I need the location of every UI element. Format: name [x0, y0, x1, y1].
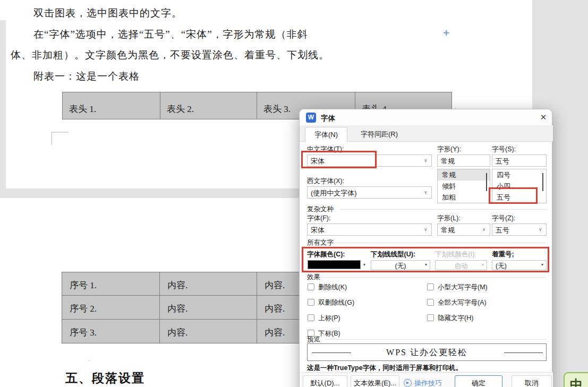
checkbox-label[interactable]: 全部大写字母(A): [438, 298, 487, 307]
dropdown-arrow-icon: [482, 262, 484, 267]
paragraph[interactable]: 双击图表，选中图表中的文字。: [33, 6, 182, 20]
font-size-list[interactable]: 四号 小四 五号: [492, 169, 547, 203]
chevron-down-icon[interactable]: [424, 158, 428, 163]
tab-spacing[interactable]: 字符间距(R): [350, 127, 408, 142]
paragraph[interactable]: 体、非加粗）。文字颜色为黑色，不要设置涂色、着重号、下划线。: [11, 48, 329, 62]
page-edge: [0, 0, 6, 20]
dialog-title: 字体: [321, 114, 335, 123]
underline-color-select: 自动: [435, 260, 487, 270]
paragraph[interactable]: 附表一：这是一个表格: [33, 70, 140, 83]
checkbox-strikethrough[interactable]: [308, 283, 314, 290]
font-color-swatch[interactable]: [308, 260, 361, 269]
play-circle-icon[interactable]: [404, 379, 412, 387]
checkbox-label[interactable]: 隐藏文字(H): [438, 314, 473, 323]
checkbox-double-strikethrough[interactable]: [308, 299, 314, 306]
chinese-font-label: 中文字体(T):: [307, 145, 344, 154]
wps-writer-icon: W: [306, 113, 316, 123]
paragraph[interactable]: 在“字体”选项中，选择“五号”、“宋体”，字形为常规（非斜: [33, 28, 308, 41]
section-divider: [340, 209, 547, 210]
tab-strip: 字体(N) 字符间距(R): [300, 125, 553, 142]
table-cell[interactable]: 序号 3.: [62, 320, 160, 343]
text-effects-button[interactable]: 文本效果(E)...: [351, 375, 399, 387]
table-cell[interactable]: 表头 1.: [62, 92, 160, 119]
table-continuation-mark: [51, 132, 69, 145]
tab-font[interactable]: 字体(N): [305, 127, 347, 142]
scrollbar-thumb[interactable]: [542, 173, 543, 191]
dropdown-arrow-icon[interactable]: [425, 262, 427, 267]
font-style-input[interactable]: 常规: [437, 154, 490, 167]
scrollbar-thumb[interactable]: [486, 173, 487, 191]
preview-section-label: 预览: [307, 335, 320, 344]
checkbox-label[interactable]: 删除线(K): [318, 283, 347, 292]
chevron-down-icon[interactable]: [424, 227, 428, 232]
checkbox-superscript[interactable]: [308, 314, 314, 321]
section-divider: [335, 243, 547, 243]
emphasis-label: 着重号;: [492, 250, 514, 259]
checkbox-label[interactable]: 上标(P): [318, 314, 340, 323]
font-description: 这是一种TrueType字体，同时适用于屏幕和打印机。: [307, 364, 462, 373]
close-icon[interactable]: [538, 112, 549, 123]
checkbox-label[interactable]: 小型大写字母(M): [438, 283, 488, 292]
font-dialog: W 字体 字体(N) 字符间距(R) 中文字体(T): 字形(Y): 字号(S)…: [299, 109, 552, 387]
underline-style-label: 下划线线型(U):: [371, 250, 415, 259]
complex-size-label: 字号(Z):: [492, 214, 515, 223]
table-cell[interactable]: 表头 2.: [160, 92, 257, 119]
complex-section-label: 复杂文种: [307, 205, 334, 214]
font-style-label: 字形(Y):: [437, 145, 461, 154]
checkbox-label[interactable]: 下标(B): [318, 329, 340, 338]
list-item[interactable]: 四号: [492, 169, 546, 180]
chinese-font-input[interactable]: 宋体: [307, 154, 432, 167]
checkbox-small-caps[interactable]: [427, 283, 434, 290]
section-divider: [324, 277, 547, 278]
paragraph-mark: ·: [88, 357, 90, 364]
chevron-down-icon[interactable]: [424, 190, 428, 195]
underline-color-label: 下划线颜色(I):: [435, 250, 476, 259]
anchor-mark: +: [443, 27, 449, 39]
ime-language-badge[interactable]: 中: [564, 372, 588, 387]
ok-button[interactable]: 确定: [455, 375, 502, 387]
western-font-label: 西文字体(X):: [307, 177, 344, 186]
table-cell[interactable]: 内容.: [160, 320, 257, 343]
dropdown-arrow-icon[interactable]: [541, 262, 543, 267]
chevron-down-icon[interactable]: [482, 227, 486, 232]
font-style-list[interactable]: 常规 倾斜 加粗: [437, 169, 490, 203]
font-color-label: 字体颜色(C):: [307, 250, 345, 259]
screen: 双击图表，选中图表中的文字。 在“字体”选项中，选择“五号”、“宋体”，字形为常…: [0, 0, 588, 387]
preview-box: WPS 让办公更轻松: [307, 343, 547, 361]
ime-language-text: 中: [570, 377, 583, 387]
section-divider: [324, 339, 547, 340]
table-cell[interactable]: 序号 1.: [62, 272, 160, 296]
complex-style-label: 字形(L):: [437, 214, 461, 223]
alltext-section-label: 所有文字: [307, 238, 334, 247]
list-item[interactable]: 小四: [492, 180, 546, 192]
list-item[interactable]: 加粗: [438, 192, 490, 203]
table-cell[interactable]: 内容.: [160, 272, 257, 296]
table-cell[interactable]: 内容.: [160, 296, 257, 320]
effects-section-label: 效果: [307, 273, 320, 282]
default-button[interactable]: 默认(D)...: [303, 375, 347, 387]
dialog-titlebar[interactable]: W 字体: [300, 109, 552, 125]
dropdown-arrow-icon[interactable]: [363, 262, 365, 267]
list-item[interactable]: 倾斜: [438, 180, 490, 192]
western-font-input[interactable]: (使用中文字体): [307, 186, 432, 199]
list-item[interactable]: 常规: [438, 169, 490, 180]
preview-rule-right: [504, 352, 543, 353]
checkbox-label[interactable]: 双删除线(G): [318, 298, 354, 307]
font-size-label: 字号(S):: [492, 145, 516, 154]
list-item[interactable]: 五号: [492, 192, 546, 203]
checkbox-hidden-text[interactable]: [427, 314, 434, 321]
section-heading[interactable]: 五、段落设置: [65, 370, 145, 386]
complex-font-select[interactable]: 宋体: [307, 223, 432, 236]
cancel-button[interactable]: 取消: [512, 375, 552, 387]
checkbox-all-caps[interactable]: [427, 299, 434, 306]
underline-style-select[interactable]: (无): [371, 260, 430, 270]
chevron-down-icon[interactable]: [539, 227, 542, 232]
emphasis-select[interactable]: (无): [492, 260, 547, 270]
complex-font-label: 字体(F):: [307, 214, 330, 223]
tips-link[interactable]: 操作技巧: [414, 379, 442, 387]
table-cell[interactable]: 序号 2.: [62, 296, 160, 320]
font-size-input[interactable]: 五号: [492, 154, 547, 167]
